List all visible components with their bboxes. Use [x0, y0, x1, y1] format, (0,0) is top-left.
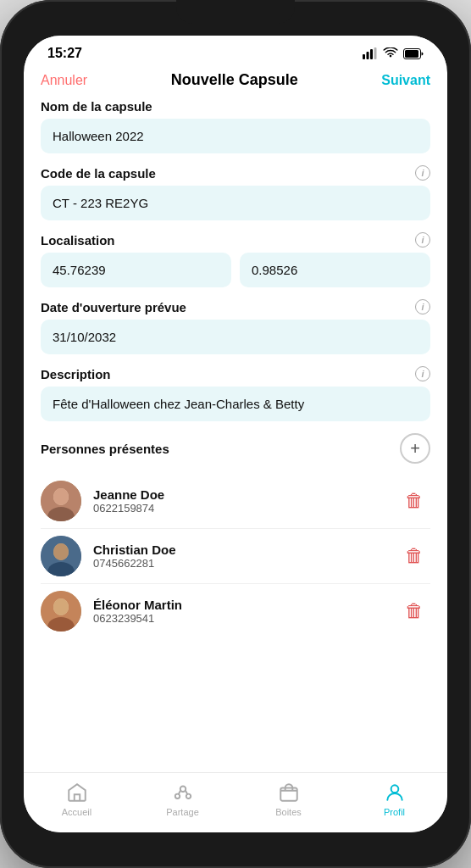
person-phone: 0622159874 — [93, 502, 398, 515]
person-phone: 0745662281 — [93, 557, 398, 570]
share-icon — [172, 782, 194, 804]
person-info: Éléonor Martin 0623239541 — [93, 598, 398, 625]
description-info-icon[interactable]: i — [415, 366, 430, 381]
wifi-icon — [383, 47, 398, 59]
description-input[interactable] — [41, 387, 430, 421]
avatar — [41, 481, 81, 521]
home-icon — [66, 782, 88, 804]
nav-label-boites: Boites — [275, 807, 302, 817]
capsule-code-field: Code de la capsule i — [41, 165, 430, 220]
battery-icon — [403, 48, 424, 59]
svg-rect-1 — [367, 52, 369, 59]
list-item: Jeanne Doe 0622159874 🗑 — [41, 474, 430, 529]
person-phone: 0623239541 — [93, 612, 398, 625]
svg-rect-3 — [374, 47, 377, 59]
person-photo — [41, 481, 81, 521]
page-title: Nouvelle Capsule — [171, 71, 298, 89]
person-info: Christian Doe 0745662281 — [93, 542, 398, 570]
location-field: Localisation i — [41, 232, 430, 287]
date-info-icon[interactable]: i — [415, 299, 430, 314]
location-lng-input[interactable] — [240, 253, 430, 287]
nav-item-accueil[interactable]: Accueil — [47, 782, 107, 817]
svg-rect-0 — [363, 54, 365, 59]
delete-person-button[interactable]: 🗑 — [398, 487, 430, 515]
capsule-name-input[interactable] — [41, 119, 430, 153]
bottom-nav: Accueil Partage Boites — [24, 772, 447, 832]
phone-frame: 15:27 — [0, 0, 471, 868]
description-label: Description — [41, 367, 111, 381]
date-label: Date d'ouverture prévue — [41, 300, 186, 314]
nav-label-accueil: Accueil — [62, 807, 91, 817]
avatar — [41, 591, 81, 632]
form-content: Nom de la capsule Code de la capsule i L… — [24, 99, 447, 772]
list-item: Éléonor Martin 0623239541 🗑 — [41, 584, 430, 638]
person-photo — [41, 591, 81, 632]
status-time: 15:27 — [47, 46, 82, 61]
status-bar: 15:27 — [24, 36, 447, 64]
avatar — [41, 536, 81, 576]
persons-section-title: Personnes présentes — [41, 442, 169, 456]
person-name: Jeanne Doe — [93, 487, 398, 502]
delete-person-button[interactable]: 🗑 — [398, 597, 430, 626]
nav-label-profil: Profil — [384, 807, 405, 817]
date-field: Date d'ouverture prévue i — [41, 299, 430, 354]
cancel-button[interactable]: Annuler — [41, 73, 87, 88]
nav-item-partage[interactable]: Partage — [153, 782, 213, 817]
svg-point-9 — [53, 488, 69, 505]
plus-icon: + — [410, 440, 420, 457]
svg-rect-5 — [405, 50, 418, 58]
box-icon — [278, 782, 300, 804]
location-lat-input[interactable] — [41, 253, 231, 287]
status-icons — [363, 47, 424, 59]
location-info-icon[interactable]: i — [415, 232, 430, 248]
nav-item-boites[interactable]: Boites — [259, 782, 319, 817]
person-info: Jeanne Doe 0622159874 — [93, 487, 398, 515]
svg-rect-2 — [370, 49, 373, 59]
location-inputs-row — [41, 253, 430, 287]
capsule-name-label: Nom de la capsule — [41, 99, 152, 114]
person-photo — [41, 536, 81, 576]
location-label: Localisation — [41, 233, 115, 248]
list-item: Christian Doe 0745662281 🗑 — [41, 529, 430, 584]
add-person-button[interactable]: + — [400, 433, 430, 464]
next-button[interactable]: Suivant — [381, 73, 430, 88]
signal-icon — [363, 47, 378, 59]
description-field: Description i — [41, 366, 430, 421]
capsule-name-field: Nom de la capsule — [41, 99, 430, 153]
person-name: Éléonor Martin — [93, 598, 398, 612]
nav-item-profil[interactable]: Profil — [365, 782, 424, 817]
persons-section-header: Personnes présentes + — [41, 433, 430, 464]
svg-point-17 — [53, 598, 69, 615]
svg-point-22 — [391, 785, 398, 793]
delete-person-button[interactable]: 🗑 — [398, 542, 430, 570]
phone-notch — [176, 0, 295, 24]
capsule-code-info-icon[interactable]: i — [415, 165, 430, 181]
nav-label-partage: Partage — [166, 807, 199, 817]
svg-point-13 — [53, 543, 69, 560]
capsule-code-label: Code de la capsule — [41, 166, 156, 181]
person-name: Christian Doe — [93, 542, 398, 557]
date-input[interactable] — [41, 320, 430, 354]
profile-icon — [384, 782, 406, 804]
capsule-code-input[interactable] — [41, 186, 430, 220]
phone-screen: 15:27 — [24, 36, 447, 832]
app-header: Annuler Nouvelle Capsule Suivant — [24, 64, 447, 99]
